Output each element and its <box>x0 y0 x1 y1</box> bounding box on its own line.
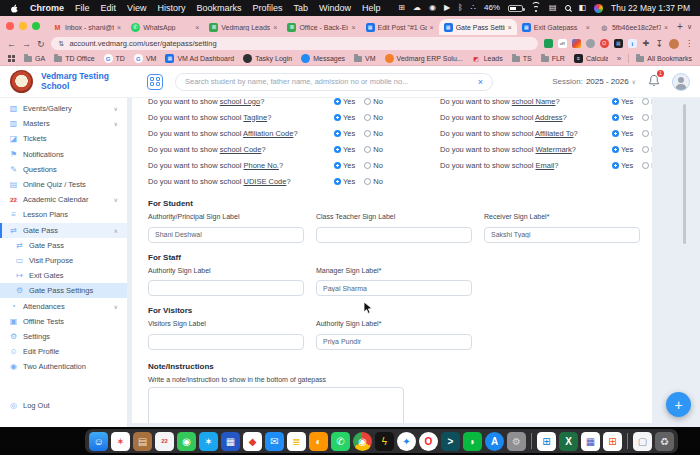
clear-search-icon[interactable] <box>478 77 483 87</box>
dock-app-icon[interactable]: ✦ <box>397 432 416 451</box>
extension-icon[interactable]: O <box>600 39 609 48</box>
menu-item[interactable]: File <box>75 3 90 13</box>
sidebar-item[interactable]: ↦ Exit Gates <box>0 268 127 283</box>
dock-app-icon[interactable]: ◆ <box>243 432 262 451</box>
fab-add-button[interactable]: + <box>666 392 691 417</box>
sign-label-input[interactable] <box>316 227 472 243</box>
sign-label-input[interactable] <box>148 334 304 350</box>
close-tab-icon[interactable] <box>195 24 199 31</box>
bookmark-item[interactable]: ≡ Calculator <box>574 54 608 63</box>
radio-no[interactable]: No <box>364 145 383 154</box>
sidebar-item-logout[interactable]: Log Out <box>0 398 127 413</box>
radio-no[interactable]: No <box>364 98 383 106</box>
dock-app-icon[interactable]: ☺ <box>89 432 108 451</box>
sidebar-item[interactable]: ⚑ Notifications <box>0 147 127 162</box>
bluetooth-icon[interactable]: ᛒ <box>458 4 463 12</box>
dock-app-icon[interactable]: ◉ <box>353 432 372 451</box>
browser-tab[interactable]: ▦ Exit Gatepass <box>517 19 595 35</box>
menu-item[interactable]: Tab <box>293 3 308 13</box>
bookmark-item[interactable]: ▦ VM Ad Dashboard <box>165 54 234 63</box>
dock-app-icon[interactable]: ⊞ <box>537 432 556 451</box>
menu-item[interactable]: Profiles <box>252 3 282 13</box>
back-button[interactable]: ← <box>7 39 16 49</box>
all-bookmarks[interactable]: All Bookmarks <box>636 55 692 62</box>
radio-no[interactable]: No <box>642 161 652 170</box>
radio-yes[interactable]: Yes <box>612 161 633 170</box>
chrome-profile-avatar[interactable] <box>669 39 679 49</box>
sign-label-input[interactable] <box>316 334 472 350</box>
reload-button[interactable]: ↻ <box>37 39 45 49</box>
sidebar-item[interactable]: ✎ Questions <box>0 162 127 177</box>
menu-item[interactable]: Window <box>319 3 351 13</box>
browser-tab[interactable]: ✆ WhatsApp <box>126 19 204 35</box>
radio-no[interactable]: No <box>364 113 383 122</box>
dots-icon[interactable]: ∴ <box>471 4 476 12</box>
dock-app-icon[interactable]: ✉ <box>265 432 284 451</box>
radio-no[interactable]: No <box>364 161 383 170</box>
tab-search-icon[interactable] <box>687 23 692 31</box>
menu-item[interactable]: History <box>157 3 185 13</box>
menu-item[interactable]: Help <box>362 3 381 13</box>
radio-yes[interactable]: Yes <box>334 177 355 186</box>
browser-tab[interactable]: ≣ Office - Back-End ( <box>282 19 360 35</box>
menu-item[interactable]: Edit <box>101 3 117 13</box>
sidebar-item[interactable]: ⇄ Gate Pass <box>0 238 127 253</box>
dock-app-icon[interactable]: ◗ <box>463 432 482 451</box>
dock-app-icon[interactable]: ⊞ <box>603 432 622 451</box>
sign-label-input[interactable] <box>148 280 304 296</box>
notifications-bell[interactable]: 1 <box>648 73 660 91</box>
close-tab-icon[interactable] <box>117 24 121 31</box>
new-tab-button[interactable] <box>677 21 683 32</box>
close-tab-icon[interactable] <box>586 24 590 31</box>
radio-yes[interactable]: Yes <box>334 113 355 122</box>
sign-label-input[interactable] <box>484 227 640 243</box>
bookmark-item[interactable]: G VM <box>134 54 157 63</box>
sidebar-item[interactable]: ▥ Masters ∨ <box>0 116 127 131</box>
bookmark-item[interactable]: ◩ Leads <box>472 54 503 63</box>
sidebar-item[interactable]: ☺ Edit Profile <box>0 344 127 359</box>
bookmark-item[interactable]: Vedmarg ERP Solu... <box>385 54 463 63</box>
extension-icon[interactable] <box>544 39 553 48</box>
menubar-clock[interactable]: Thu 22 May 1:37 PM <box>611 3 690 13</box>
sidebar-item[interactable]: ◉ Two Authentication <box>0 359 127 374</box>
menu-item[interactable]: Chrome <box>30 3 64 13</box>
bookmark-item[interactable]: FLR <box>541 54 565 63</box>
extensions-puzzle-icon[interactable] <box>643 39 650 48</box>
sidebar-item[interactable]: ▧ Events/Gallery ∨ <box>0 101 127 116</box>
dock-app-icon[interactable]: ✶ <box>199 432 218 451</box>
sidebar-item[interactable]: ⚙ Settings <box>0 329 127 344</box>
radio-yes[interactable]: Yes <box>612 113 633 122</box>
extension-icon[interactable]: ▦ <box>614 39 623 48</box>
browser-tab[interactable]: ◍ 5fb46ee18c2ef712 <box>595 19 673 35</box>
search-input[interactable] <box>185 77 478 86</box>
sidebar-item[interactable]: ▤ Online Quiz / Tests <box>0 177 127 192</box>
radio-yes[interactable]: Yes <box>334 129 355 138</box>
dock-app-icon[interactable]: ✶ <box>111 432 130 451</box>
dock-app-icon[interactable]: X <box>559 432 578 451</box>
wifi-icon[interactable] <box>531 4 541 12</box>
bookmark-item[interactable]: VM <box>354 54 376 63</box>
radio-yes[interactable]: Yes <box>612 145 633 154</box>
modules-grid-icon[interactable] <box>147 74 163 90</box>
radio-no[interactable]: No <box>642 98 652 106</box>
dock-app-icon[interactable]: ϟ <box>375 432 394 451</box>
play-icon[interactable]: ▶ <box>444 4 450 12</box>
sidebar-item[interactable]: ⇄ Gate Pass ∧ <box>0 223 127 238</box>
dock-app-icon[interactable]: > <box>441 432 460 451</box>
site-info-icon[interactable] <box>59 40 65 48</box>
radio-yes[interactable]: Yes <box>334 161 355 170</box>
sidebar-item[interactable]: ≡ Lesson Plans <box>0 207 127 222</box>
dock-app-icon[interactable]: ◉ <box>177 432 196 451</box>
session-selector[interactable]: Session: 2025 - 2026 <box>552 77 636 86</box>
chrome-menu-icon[interactable] <box>685 39 693 48</box>
dock-app-icon[interactable]: A <box>485 432 504 451</box>
spotlight-icon[interactable] <box>565 5 571 11</box>
dock-app-icon[interactable]: O <box>419 432 438 451</box>
dock-app-icon[interactable]: ▤ <box>133 432 152 451</box>
download-icon[interactable] <box>655 39 663 49</box>
sidebar-item[interactable]: 22 Academic Calendar ∨ <box>0 192 127 207</box>
sign-label-input[interactable] <box>316 280 472 296</box>
grid-icon[interactable]: ⊞ <box>398 4 405 12</box>
extension-icon[interactable]: aR <box>558 39 567 48</box>
dock-app-icon[interactable]: ▦ <box>581 432 600 451</box>
